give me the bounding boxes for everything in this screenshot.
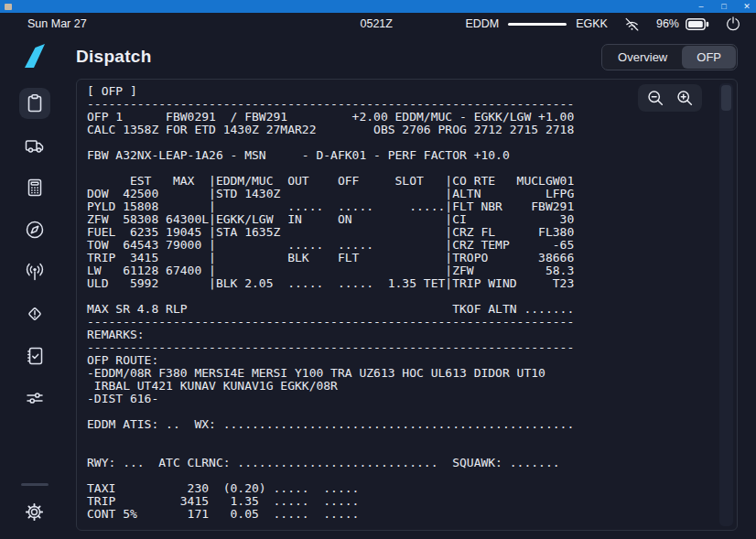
flight-progress-bar (508, 23, 567, 26)
page-title: Dispatch (76, 47, 152, 67)
origin-code: EDDM (465, 17, 499, 30)
sidebar-divider (21, 483, 49, 486)
window-titlebar[interactable]: – □ ✕ (0, 0, 756, 13)
sidebar (0, 35, 69, 539)
sidebar-item-checklists[interactable] (19, 340, 50, 372)
scrollbar[interactable] (719, 83, 733, 526)
ofp-text[interactable]: [ OFP ] --------------------------------… (77, 80, 737, 530)
sidebar-item-performance[interactable] (19, 172, 50, 203)
sidebar-item-navigation[interactable] (19, 214, 50, 245)
ofp-panel: [ OFP ] --------------------------------… (76, 79, 738, 531)
zoom-toolbar (638, 84, 702, 112)
tab-overview[interactable]: Overview (603, 46, 682, 69)
truck-icon (24, 135, 46, 156)
calculator-icon (24, 177, 46, 199)
sidebar-item-failures[interactable] (19, 298, 50, 329)
sidebar-item-ground[interactable] (19, 130, 50, 161)
flybywire-logo (23, 43, 47, 69)
tab-ofp[interactable]: OFP (682, 46, 736, 69)
window-controls: – □ ✕ (697, 0, 751, 13)
window-close-button[interactable]: ✕ (742, 0, 751, 13)
checklist-icon (24, 345, 46, 367)
gear-icon (24, 501, 45, 523)
zoom-out-icon (645, 88, 665, 108)
status-time: 0521Z (361, 17, 393, 30)
view-switcher: Overview OFP (601, 44, 738, 70)
compass-icon (24, 219, 46, 241)
zoom-out-button[interactable] (644, 87, 666, 109)
power-icon[interactable] (725, 16, 741, 32)
flight-progress: EDDM EGKK (465, 17, 608, 30)
sidebar-item-presets[interactable] (19, 383, 50, 414)
wifi-off-icon[interactable] (623, 16, 641, 33)
scrollbar-thumb[interactable] (721, 85, 731, 111)
page-header: Dispatch Overview OFP (76, 35, 738, 79)
clipboard-icon (24, 92, 46, 114)
zoom-in-icon (675, 88, 695, 108)
status-date: Sun Mar 27 (15, 17, 87, 30)
window-minimize-button[interactable]: – (697, 0, 706, 13)
sidebar-item-dispatch[interactable] (19, 88, 50, 119)
antenna-icon (24, 261, 46, 283)
sidebar-item-settings[interactable] (19, 496, 50, 527)
sidebar-item-atc[interactable] (19, 256, 50, 287)
sliders-icon (24, 387, 46, 409)
status-bar: Sun Mar 27 0521Z EDDM EGKK 96% (0, 13, 756, 35)
battery-percent: 96% (656, 17, 679, 30)
app-icon (5, 4, 12, 10)
window-maximize-button[interactable]: □ (719, 0, 729, 13)
hazard-icon (24, 303, 46, 325)
destination-code: EGKK (576, 17, 608, 30)
battery-icon (686, 18, 709, 30)
zoom-in-button[interactable] (674, 87, 696, 109)
